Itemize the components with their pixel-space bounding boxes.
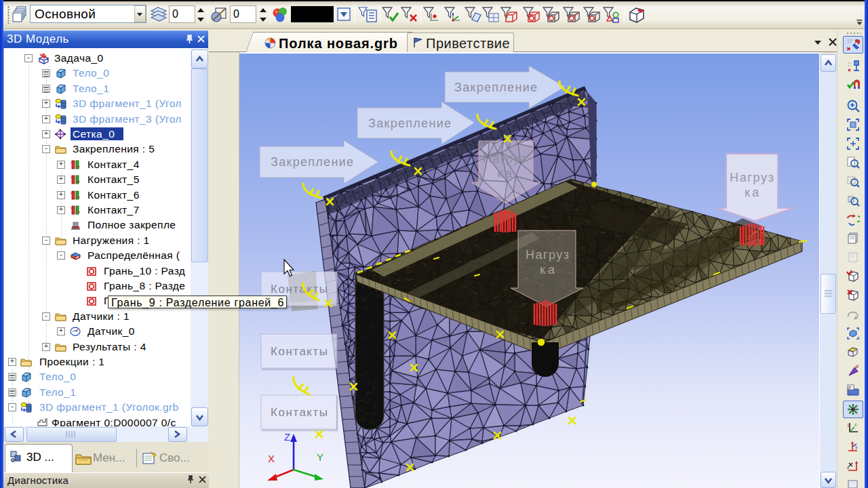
svg-text:y: y <box>855 445 858 450</box>
svg-text:ка: ка <box>497 167 513 180</box>
svg-text:Закрепление: Закрепление <box>454 81 537 94</box>
svg-text:x: x <box>854 422 857 427</box>
svg-text:X: X <box>268 453 275 464</box>
svg-text:ка: ка <box>540 263 555 277</box>
svg-text:Y: Y <box>317 451 323 463</box>
svg-text:Контакты: Контакты <box>271 283 328 296</box>
svg-text:Z: Z <box>284 431 290 443</box>
svg-text:P: P <box>848 386 852 390</box>
svg-text:ка: ка <box>745 186 760 199</box>
svg-text:z: z <box>847 465 850 470</box>
svg-text:Контакты: Контакты <box>271 345 328 358</box>
svg-text:1: 1 <box>847 423 850 428</box>
svg-text:Закрепление: Закрепление <box>271 155 353 169</box>
svg-text:Закрепление: Закрепление <box>368 117 451 130</box>
svg-text:Контакты: Контакты <box>271 406 328 419</box>
